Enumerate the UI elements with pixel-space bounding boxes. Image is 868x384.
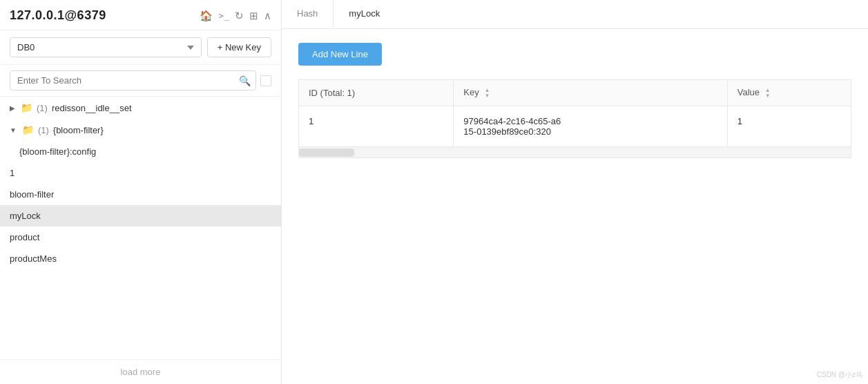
chevron-up-icon[interactable]: ∧ (264, 10, 271, 22)
item-label: 1 (10, 168, 15, 178)
item-label: myLock (10, 211, 41, 221)
list-item[interactable]: bloom-filter (0, 184, 281, 205)
db-select[interactable]: DB0 DB1 DB2 DB3 (10, 37, 202, 57)
col-key[interactable]: Key ▲▼ (454, 80, 727, 106)
item-label: {bloom-filter}:config (19, 146, 96, 157)
list-item-mylock[interactable]: myLock (0, 205, 281, 227)
search-input[interactable] (10, 70, 256, 90)
table-row: 1 97964ca4-2c16-4c65-a615-0139ebf89ce0:3… (299, 106, 851, 146)
main-panel: Hash myLock Add New Line ID (Total: 1) K… (282, 0, 868, 384)
search-input-wrap: 🔍 (10, 70, 256, 90)
tab-mylock[interactable]: myLock (334, 0, 395, 28)
table-header: ID (Total: 1) Key ▲▼ Value ▲▼ (299, 80, 851, 106)
chevron-down-icon: ▼ (10, 126, 17, 134)
sort-icon-value: ▲▼ (765, 88, 771, 99)
filter-checkbox[interactable] (260, 75, 271, 86)
data-table: ID (Total: 1) Key ▲▼ Value ▲▼ 1 (298, 79, 851, 147)
main-content: Add New Line ID (Total: 1) Key ▲▼ Value … (282, 29, 868, 384)
item-count: (1) (37, 103, 48, 113)
tab-bar: Hash myLock (282, 0, 868, 29)
search-icon-button[interactable]: 🔍 (239, 75, 251, 86)
list-item[interactable]: ▼ 📁 (1) {bloom-filter} (0, 119, 281, 141)
search-row: 🔍 (0, 65, 281, 97)
refresh-icon[interactable]: ↻ (235, 10, 244, 22)
list-item[interactable]: product (0, 227, 281, 248)
grid-icon[interactable]: ⊞ (249, 10, 258, 22)
list-item[interactable]: productMes (0, 248, 281, 269)
table-body: 1 97964ca4-2c16-4c65-a615-0139ebf89ce0:3… (299, 106, 851, 146)
server-title: 127.0.0.1@6379 (10, 8, 106, 23)
tab-hash[interactable]: Hash (282, 0, 334, 28)
cell-value: 1 (727, 106, 851, 146)
item-label: {bloom-filter} (53, 125, 104, 135)
list-item[interactable]: 1 (0, 162, 281, 184)
db-row: DB0 DB1 DB2 DB3 + New Key (0, 30, 281, 65)
sidebar-header: 127.0.0.1@6379 🏠 >_ ↻ ⊞ ∧ (0, 0, 281, 30)
new-key-button[interactable]: + New Key (207, 37, 271, 57)
scrollbar-thumb[interactable] (299, 148, 354, 157)
sidebar: 127.0.0.1@6379 🏠 >_ ↻ ⊞ ∧ DB0 DB1 DB2 DB… (0, 0, 282, 384)
item-label: redisson__idle__set (52, 103, 132, 113)
cell-key: 97964ca4-2c16-4c65-a615-0139ebf89ce0:320 (454, 106, 727, 146)
item-label: productMes (10, 253, 57, 264)
list-item[interactable]: ▶ 📁 (1) redisson__idle__set (0, 97, 281, 119)
add-new-line-button[interactable]: Add New Line (298, 43, 382, 66)
watermark: CSDN @小z乌 (817, 370, 862, 380)
load-more-button[interactable]: load more (0, 359, 281, 384)
home-icon[interactable]: 🏠 (200, 10, 213, 22)
cell-id: 1 (299, 106, 454, 146)
search-icon: 🔍 (239, 75, 251, 86)
item-label: bloom-filter (10, 189, 54, 200)
folder-icon: 📁 (22, 124, 34, 135)
item-label: product (10, 232, 39, 242)
col-value[interactable]: Value ▲▼ (727, 80, 851, 106)
list-item[interactable]: {bloom-filter}:config (0, 141, 281, 162)
header-icons: 🏠 >_ ↻ ⊞ ∧ (200, 10, 271, 22)
horizontal-scrollbar[interactable] (298, 147, 851, 158)
chevron-right-icon: ▶ (10, 104, 15, 112)
sort-icon-key: ▲▼ (484, 88, 490, 99)
folder-icon: 📁 (21, 102, 32, 113)
key-list: ▶ 📁 (1) redisson__idle__set ▼ 📁 (1) {blo… (0, 97, 281, 359)
terminal-icon[interactable]: >_ (218, 10, 229, 21)
item-count: (1) (38, 125, 49, 135)
col-id: ID (Total: 1) (299, 80, 454, 106)
